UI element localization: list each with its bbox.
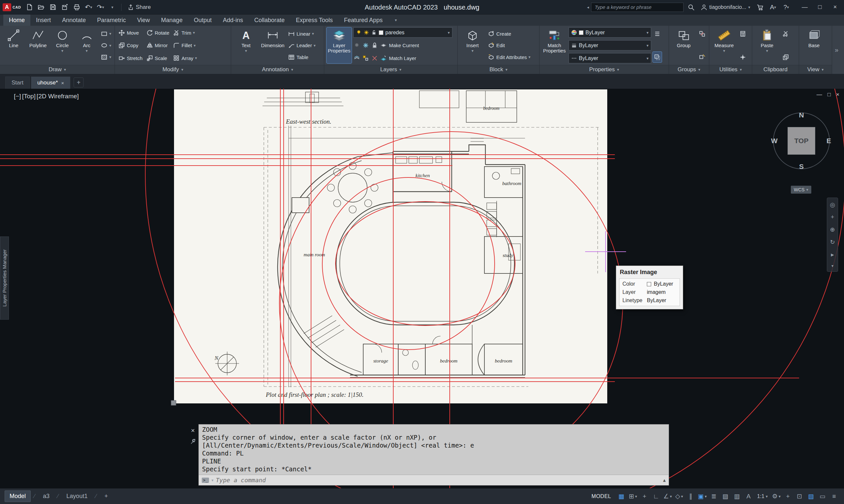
cut-button[interactable]	[781, 29, 790, 39]
redo-button[interactable]: ↷▾	[95, 2, 106, 13]
insert-button[interactable]: Insert ▾	[460, 28, 485, 63]
layer-isolate-icon[interactable]	[380, 42, 387, 49]
raster-image[interactable]	[174, 89, 607, 403]
undo-button[interactable]: ↶▾	[83, 2, 94, 13]
maximize-button[interactable]: □	[812, 0, 827, 15]
utilities-panel-label[interactable]: Utilities▾	[709, 65, 752, 74]
paste-button[interactable]: Paste ▾	[755, 28, 780, 63]
command-prompt-icon[interactable]: >_	[202, 478, 209, 483]
layer-properties-manager-tab[interactable]: Layer Properties Manager	[0, 236, 9, 320]
linear-button[interactable]: Linear▾	[287, 29, 317, 39]
hatch-button[interactable]: ▾	[100, 52, 112, 62]
match-layer-button[interactable]: Match Layer	[389, 55, 416, 61]
layers-panel-label[interactable]: Layers▾	[324, 65, 457, 74]
layer-off-icon[interactable]	[353, 42, 360, 49]
ribbon-display-toggle[interactable]: ▾	[392, 15, 400, 26]
edit-attributes-button[interactable]: Edit Attributes▾	[487, 52, 532, 62]
ribbon-overflow-button[interactable]: »	[832, 26, 841, 74]
customize-button[interactable]: ≡	[829, 490, 839, 502]
clipboard-panel-label[interactable]: Clipboard	[752, 65, 799, 74]
image-grip[interactable]	[171, 400, 176, 406]
open-file-button[interactable]	[35, 2, 47, 13]
annotation-monitor-button[interactable]: +	[782, 490, 793, 502]
ortho-toggle[interactable]: ∟	[651, 490, 661, 502]
viewcube-south[interactable]: S	[799, 163, 804, 170]
account-button[interactable]: tiagobonifacio... ▾	[699, 4, 752, 11]
layer-match-icon[interactable]	[380, 55, 387, 62]
viewcube-top-face[interactable]: TOP	[788, 127, 815, 155]
circle-button[interactable]: Circle ▾	[51, 28, 74, 63]
minimize-button[interactable]: —	[797, 0, 812, 15]
draw-panel-label[interactable]: Draw▾	[0, 65, 115, 74]
search-button[interactable]	[686, 2, 697, 13]
layer-lock-icon[interactable]	[371, 42, 378, 49]
osnap-toggle[interactable]: ▣▾	[697, 490, 708, 502]
snap-toggle[interactable]: ⊞▾	[628, 490, 638, 502]
nav-pan-icon[interactable]: +	[831, 214, 834, 221]
properties-palette-button[interactable]	[653, 29, 662, 39]
annotation-scale-button[interactable]: 1:1▾	[755, 490, 770, 502]
edit-block-button[interactable]: Edit	[487, 40, 532, 51]
tab-manage[interactable]: Manage	[156, 15, 188, 26]
model-tab[interactable]: Model	[5, 490, 31, 502]
leader-button[interactable]: Leader▾	[287, 40, 317, 51]
tab-add-ins[interactable]: Add-ins	[217, 15, 248, 26]
new-file-button[interactable]	[23, 2, 35, 13]
linetype-dropdown[interactable]: ByLayer ▾	[569, 53, 651, 63]
layout1-tab[interactable]: Layout1	[62, 491, 92, 502]
object-color-dropdown[interactable]: ByLayer ▾	[569, 28, 651, 38]
ellipse-button[interactable]: ▾	[100, 40, 112, 51]
viewport-view-control[interactable]: [Top]	[22, 93, 36, 100]
graphics-performance-button[interactable]: ▧	[806, 490, 816, 502]
layer-walk-icon[interactable]	[353, 55, 360, 62]
lineweight-toggle[interactable]: ≣	[709, 490, 719, 502]
help-button[interactable]: ?▾	[780, 2, 792, 13]
block-panel-label[interactable]: Block▾	[458, 65, 539, 74]
command-close-button[interactable]: ×	[191, 427, 195, 434]
rotate-button[interactable]: Rotate	[145, 28, 170, 38]
isodraft-toggle[interactable]: ◇▾	[674, 490, 685, 502]
tab-collaborate[interactable]: Collaborate	[248, 15, 290, 26]
properties-panel-label[interactable]: Properties▾	[539, 65, 669, 74]
viewcube-east[interactable]: E	[827, 137, 831, 145]
save-button[interactable]	[47, 2, 58, 13]
groups-panel-label[interactable]: Groups▾	[669, 65, 709, 74]
store-cart-button[interactable]	[754, 2, 765, 13]
clean-screen-button[interactable]: ▭	[817, 490, 828, 502]
layer-properties-button[interactable]: Layer Properties	[327, 28, 352, 63]
close-button[interactable]: ×	[827, 0, 843, 15]
uhouse-tab-close-icon[interactable]: ×	[61, 80, 64, 86]
share-button[interactable]: Share	[125, 4, 153, 11]
app-store-button[interactable]: A▾	[768, 2, 779, 13]
table-button[interactable]: Table	[287, 52, 317, 62]
dynamic-input-toggle[interactable]: +	[639, 490, 650, 502]
wcs-dropdown[interactable]: WCS ▾	[791, 186, 811, 194]
modify-panel-label[interactable]: Modify▾	[115, 65, 231, 74]
dimension-button[interactable]: Dimension	[260, 28, 285, 63]
copy-button[interactable]: Copy	[117, 40, 144, 51]
group-edit-button[interactable]	[698, 52, 707, 62]
move-button[interactable]: Move	[117, 28, 144, 38]
nav-motion-icon[interactable]: ▸	[831, 251, 834, 258]
tab-output[interactable]: Output	[188, 15, 217, 26]
ungroup-button[interactable]	[698, 29, 707, 39]
selection-cycling-toggle[interactable]: ▥	[732, 490, 742, 502]
add-layout-button[interactable]: +	[100, 491, 113, 502]
viewcube-north[interactable]: N	[799, 111, 804, 119]
fillet-button[interactable]: Fillet▾	[172, 40, 198, 51]
tab-parametric[interactable]: Parametric	[91, 15, 132, 26]
drawing-area[interactable]: East-west section. kitchen bathroom main…	[0, 89, 844, 488]
quick-calc-button[interactable]	[738, 29, 747, 39]
scale-button[interactable]: Scale	[145, 53, 170, 63]
app-menu-button[interactable]: A CAD	[3, 3, 21, 11]
model-space-toggle[interactable]: MODEL	[587, 491, 615, 501]
rectangle-button[interactable]: ▾	[100, 29, 112, 39]
nav-more-icon[interactable]: ▾	[831, 264, 833, 268]
mirror-button[interactable]: Mirror	[145, 40, 170, 51]
viewcube[interactable]: N W E S TOP	[773, 112, 830, 169]
layout-a3-tab[interactable]: a3	[38, 491, 54, 502]
file-tab-start[interactable]: Start	[5, 76, 30, 89]
viewcube-west[interactable]: W	[771, 137, 778, 145]
view-panel-label[interactable]: View▾	[799, 65, 832, 74]
tab-express-tools[interactable]: Express Tools	[290, 15, 339, 26]
